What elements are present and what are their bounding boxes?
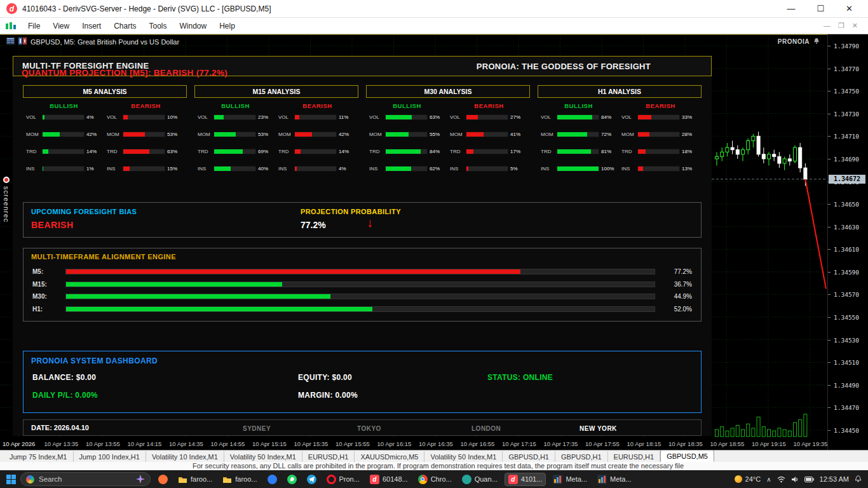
chart-tab-gbpusd-m5[interactable]: GBPUSD,M5: [660, 450, 714, 462]
analysis-title: H1 ANALYSIS: [538, 85, 702, 98]
price-tick-mark: [828, 317, 831, 318]
screenrec-record-icon: [3, 177, 10, 183]
metric-percent: 63%: [167, 149, 184, 154]
chart-tab-eurusd-h1[interactable]: EURUSD,H1: [302, 451, 355, 462]
price-tick-mark: [828, 430, 831, 431]
taskbar-item-edge[interactable]: [264, 473, 280, 485]
metric-percent: 42%: [86, 132, 103, 137]
chart-tab-volatility-10-index-m1[interactable]: Volatility 10 Index,M1: [146, 451, 224, 462]
start-button[interactable]: [6, 475, 16, 484]
metric-bar-fill: [466, 166, 468, 171]
price-tick-mark: [828, 340, 831, 341]
chart-tab-jump-100-index-h1[interactable]: Jump 100 Index,H1: [74, 451, 146, 462]
menu-item-charts[interactable]: Charts: [107, 20, 142, 32]
bear-metric: MOM53%: [105, 132, 186, 137]
taskbar-item-telegram[interactable]: [304, 473, 320, 485]
child-minimize-button[interactable]: —: [824, 22, 831, 30]
bullish-header: BULLISH: [194, 102, 276, 109]
alignment-percent: 44.9%: [655, 293, 692, 300]
temperature-label: 24°C: [745, 475, 761, 483]
menu-item-tools[interactable]: Tools: [143, 20, 173, 32]
child-restore-button[interactable]: ❐: [838, 22, 844, 30]
metric-percent: 1%: [86, 166, 103, 172]
chart-tab-gbpusd-h1[interactable]: GBPUSD,H1: [555, 451, 608, 462]
metric-label: MOM: [198, 132, 212, 137]
bull-metric: INS40%: [196, 166, 276, 172]
metric-bar-track: [637, 114, 680, 120]
child-close-button[interactable]: ✕: [852, 22, 858, 30]
chart-tab-gbpusd-h1[interactable]: GBPUSD,H1: [503, 451, 555, 462]
metric-bar-track: [637, 132, 680, 137]
taskbar-item-faroo[interactable]: faroo...: [175, 473, 215, 485]
metric-bar-track: [42, 114, 85, 120]
taskbar-item-firefox[interactable]: [155, 473, 171, 485]
chart-symbol-icon[interactable]: [18, 37, 27, 46]
metric-percent: 14%: [86, 149, 103, 154]
taskbar-item-meta[interactable]: Meta...: [550, 473, 590, 485]
clock-label[interactable]: 12:53 AM: [820, 475, 849, 483]
chart-tab-volatility-50-index-m1[interactable]: Volatility 50 Index,M1: [224, 451, 302, 462]
alignment-row: H1:52.0%: [24, 303, 701, 316]
metric-label: INS: [621, 166, 635, 172]
taskbar-item-meta[interactable]: Meta...: [594, 473, 635, 485]
quotes-table-icon[interactable]: [6, 37, 15, 46]
firefox-icon: [158, 475, 168, 484]
taskbar-item-faroo[interactable]: faroo...: [219, 473, 260, 485]
foresight-bias-box: UPCOMING FORESIGHT BIAS BEARISH PROJECTI…: [23, 202, 702, 238]
chart-area[interactable]: GBPUSD, M5: Great British Pound vs US Do…: [0, 34, 868, 450]
taskbar-item-quan[interactable]: Quan...: [459, 473, 501, 485]
notification-bell-icon[interactable]: [855, 475, 862, 483]
alignment-percent: 36.7%: [655, 281, 692, 288]
metric-bar-fill: [557, 149, 591, 154]
weather-widget[interactable]: 24°C: [735, 475, 761, 483]
chart-tab-volatility-50-index-m1[interactable]: Volatility 50 Index,M1: [424, 451, 503, 462]
metric-percent: 40%: [258, 166, 275, 172]
battery-icon[interactable]: [804, 477, 814, 482]
taskbar-item-label: 60148...: [383, 475, 408, 483]
close-button[interactable]: ✕: [846, 4, 853, 13]
metric-row: TRD14%TRD63%: [23, 149, 187, 154]
chart-tab-jump-75-index-m1[interactable]: Jump 75 Index,M1: [4, 451, 74, 462]
daily-pl-value: DAILY P/L: 0.00%: [32, 391, 98, 400]
chart-tab-eurusd-h1[interactable]: EURUSD,H1: [608, 451, 661, 462]
price-tick-label: 1.34550: [834, 314, 859, 321]
minimize-button[interactable]: —: [787, 4, 795, 13]
taskbar-item-whatsapp[interactable]: [284, 473, 300, 485]
bull-metric: VOL84%: [539, 114, 620, 120]
taskbar-item-pron[interactable]: Pron...: [323, 473, 363, 485]
taskbar-item-4101[interactable]: d4101...: [505, 473, 546, 486]
taskbar-item-chro[interactable]: Chro...: [415, 473, 455, 485]
search-input[interactable]: Search: [20, 472, 151, 486]
metric-bar-fill: [123, 166, 130, 171]
volume-icon[interactable]: [791, 476, 799, 483]
screen: d 41016043 - DerivSVG-Server - Hedge - D…: [0, 0, 868, 488]
bull-metric: VOL4%: [24, 114, 105, 120]
metric-percent: 100%: [601, 166, 618, 172]
metric-label: VOL: [278, 114, 292, 120]
bear-metric: VOL33%: [620, 114, 700, 120]
maximize-button[interactable]: ☐: [817, 4, 824, 13]
bearish-header: BEARISH: [105, 102, 187, 109]
menu-item-help[interactable]: Help: [213, 20, 241, 32]
bear-metric: TRD63%: [105, 149, 186, 154]
metric-percent: 69%: [258, 149, 275, 154]
chart-tab-xauusdmicro-m5[interactable]: XAUUSDmicro,M5: [355, 451, 424, 462]
taskbar-item-label: faroo...: [235, 475, 257, 483]
metric-row: MOM72%MOM28%: [538, 132, 702, 137]
metric-label: VOL: [621, 114, 635, 120]
bear-metric: MOM28%: [620, 132, 700, 137]
menu-item-file[interactable]: File: [22, 20, 46, 32]
taskbar-item-60148[interactable]: d60148...: [367, 473, 411, 485]
alignment-bar-track: [65, 294, 655, 299]
network-icon[interactable]: [777, 476, 785, 483]
menu-item-view[interactable]: View: [46, 20, 76, 32]
metric-label: INS: [541, 166, 555, 172]
menu-item-insert[interactable]: Insert: [76, 20, 107, 32]
time-axis[interactable]: 10 Apr 202610 Apr 13:3510 Apr 13:5510 Ap…: [0, 438, 827, 450]
price-axis[interactable]: 1.34672 1.347901.347701.347501.347301.34…: [827, 34, 868, 450]
bell-icon[interactable]: [813, 37, 820, 46]
status-value: STATUS: ONLINE: [487, 373, 553, 382]
tray-overflow-chevron-icon[interactable]: ∧: [766, 476, 771, 483]
menu-item-window[interactable]: Window: [173, 20, 214, 32]
metric-bar-fill: [466, 132, 484, 137]
